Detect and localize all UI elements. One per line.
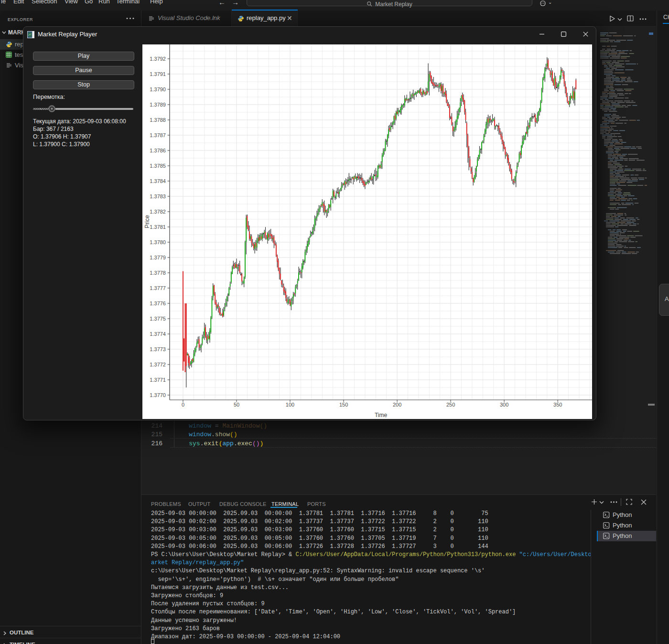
svg-text:Price: Price [144, 215, 151, 228]
svg-text:Time: Time [375, 412, 388, 419]
svg-text:1.3778: 1.3778 [150, 270, 166, 276]
svg-text:1.3770: 1.3770 [150, 392, 166, 398]
svg-text:0: 0 [182, 402, 184, 408]
svg-text:1.3781: 1.3781 [150, 224, 166, 230]
svg-text:1.3772: 1.3772 [150, 362, 166, 367]
svg-text:100: 100 [286, 402, 294, 408]
svg-text:1.3788: 1.3788 [150, 117, 166, 123]
svg-text:1.3785: 1.3785 [150, 163, 166, 169]
svg-text:1.3779: 1.3779 [150, 255, 166, 260]
svg-text:1.3792: 1.3792 [150, 56, 166, 62]
svg-text:1.3771: 1.3771 [150, 377, 166, 383]
svg-text:1.3780: 1.3780 [150, 239, 166, 245]
svg-text:1.3790: 1.3790 [150, 86, 166, 92]
svg-text:1.3791: 1.3791 [150, 71, 166, 77]
svg-text:1.3784: 1.3784 [150, 178, 166, 184]
svg-text:250: 250 [446, 402, 455, 408]
svg-text:300: 300 [500, 402, 508, 408]
svg-text:150: 150 [339, 402, 348, 408]
svg-text:1.3789: 1.3789 [150, 102, 166, 107]
svg-text:50: 50 [234, 402, 239, 408]
svg-text:1.3775: 1.3775 [150, 316, 166, 322]
svg-text:1.3774: 1.3774 [150, 331, 166, 337]
svg-text:200: 200 [393, 402, 401, 408]
svg-text:1.3783: 1.3783 [150, 193, 166, 199]
svg-text:350: 350 [553, 402, 562, 408]
svg-text:1.3787: 1.3787 [150, 132, 166, 138]
svg-text:1.3773: 1.3773 [150, 346, 166, 352]
svg-text:1.3777: 1.3777 [150, 285, 166, 291]
svg-text:1.3782: 1.3782 [150, 209, 166, 215]
svg-text:1.3776: 1.3776 [150, 301, 166, 306]
svg-text:1.3786: 1.3786 [150, 148, 166, 153]
